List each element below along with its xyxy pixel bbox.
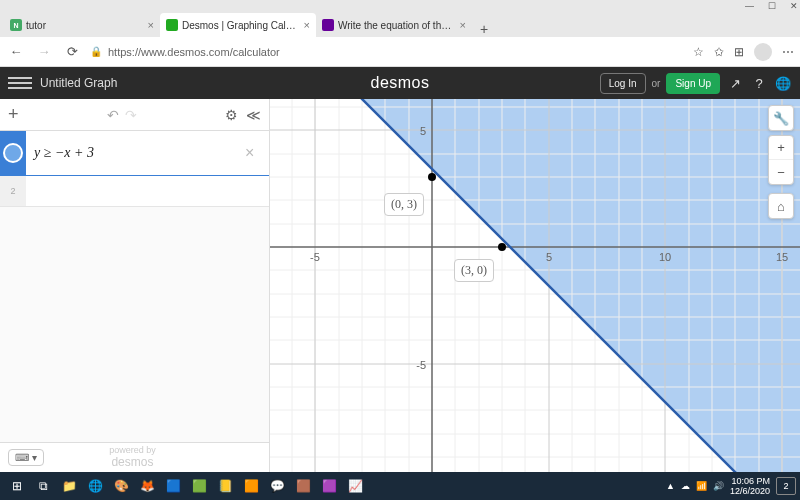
taskbar-app-icon[interactable]: 🎨 xyxy=(108,474,134,498)
url-input[interactable]: 🔒 https://www.desmos.com/calculator xyxy=(90,46,685,58)
desmos-logo: desmos xyxy=(370,74,429,92)
tab-title: Write the equation of the trigon xyxy=(338,20,456,31)
help-icon[interactable]: ? xyxy=(750,76,768,91)
tray-weather-icon[interactable]: ☁ xyxy=(681,481,690,491)
expression-list: y ≥ −x + 3 × 2 xyxy=(0,131,269,442)
login-button[interactable]: Log In xyxy=(600,73,646,94)
start-button[interactable]: ⊞ xyxy=(4,474,30,498)
tab-close-icon[interactable]: × xyxy=(148,19,154,31)
expression-row-empty[interactable]: 2 xyxy=(0,176,269,207)
svg-text:5: 5 xyxy=(546,251,552,263)
collapse-panel-icon[interactable]: ≪ xyxy=(246,107,261,123)
svg-text:5: 5 xyxy=(420,125,426,137)
svg-text:-5: -5 xyxy=(416,359,426,371)
graph-canvas[interactable]: -5 5 10 15 5 -5 -10 (0, 3) (3, 0) 🔧 + − … xyxy=(270,99,800,472)
point-3-0 xyxy=(498,243,506,251)
expression-input[interactable]: y ≥ −x + 3 xyxy=(26,145,245,161)
minimize-button[interactable]: — xyxy=(745,1,754,11)
taskbar-app-icon[interactable]: 🟪 xyxy=(316,474,342,498)
favicon-tutor: N xyxy=(10,19,22,31)
taskbar-app-icon[interactable]: 📁 xyxy=(56,474,82,498)
tab-close-icon[interactable]: × xyxy=(460,19,466,31)
back-button[interactable]: ← xyxy=(6,44,26,59)
home-icon: ⌂ xyxy=(769,194,793,218)
tab-title: tutor xyxy=(26,20,144,31)
graph-title[interactable]: Untitled Graph xyxy=(40,76,117,90)
tray-volume-icon[interactable]: 🔊 xyxy=(713,481,724,491)
address-bar: ← → ⟳ 🔒 https://www.desmos.com/calculato… xyxy=(0,37,800,67)
window-controls: — ☐ ✕ xyxy=(0,0,800,11)
browser-tab[interactable]: Write the equation of the trigon × xyxy=(316,13,472,37)
refresh-button[interactable]: ⟳ xyxy=(62,44,82,59)
expression-color-badge[interactable] xyxy=(0,131,26,175)
collections-icon[interactable]: ⊞ xyxy=(734,45,744,59)
signup-button[interactable]: Sign Up xyxy=(666,73,720,94)
zoom-out-button[interactable]: − xyxy=(769,160,793,184)
graph-svg: -5 5 10 15 5 -5 -10 xyxy=(270,99,800,472)
profile-avatar[interactable] xyxy=(754,43,772,61)
expression-index: 2 xyxy=(0,176,26,206)
desmos-header: Untitled Graph desmos Log In or Sign Up … xyxy=(0,67,800,99)
tab-close-icon[interactable]: × xyxy=(304,19,310,31)
home-button[interactable]: ⌂ xyxy=(768,193,794,219)
taskbar-app-icon[interactable]: 🟧 xyxy=(238,474,264,498)
keyboard-toggle[interactable]: ⌨ ▾ xyxy=(8,449,44,466)
taskbar-clock[interactable]: 10:06 PM 12/6/2020 xyxy=(730,476,770,497)
powered-by: powered by desmos xyxy=(109,446,156,469)
undo-button[interactable]: ↶ xyxy=(107,107,119,123)
expression-row[interactable]: y ≥ −x + 3 × xyxy=(0,131,269,176)
maximize-button[interactable]: ☐ xyxy=(768,1,776,11)
favorite-icon[interactable]: ✩ xyxy=(714,45,724,59)
share-icon[interactable]: ↗ xyxy=(726,76,744,91)
taskbar-app-icon[interactable]: 💬 xyxy=(264,474,290,498)
redo-button[interactable]: ↷ xyxy=(125,107,137,123)
zoom-in-button[interactable]: + xyxy=(769,136,793,160)
favicon-yahoo xyxy=(322,19,334,31)
taskbar-app-icon[interactable]: 🦊 xyxy=(134,474,160,498)
taskbar-app-icon[interactable]: 🟫 xyxy=(290,474,316,498)
notification-center[interactable]: 2 xyxy=(776,477,796,495)
taskbar-app-icon[interactable]: 🌐 xyxy=(82,474,108,498)
tab-title: Desmos | Graphing Calculator xyxy=(182,20,300,31)
tray-wifi-icon[interactable]: 📶 xyxy=(696,481,707,491)
expression-toolbar: + ↶ ↷ ⚙ ≪ xyxy=(0,99,269,131)
delete-expression-icon[interactable]: × xyxy=(245,144,269,162)
browser-tab-active[interactable]: Desmos | Graphing Calculator × xyxy=(160,13,316,37)
favicon-desmos xyxy=(166,19,178,31)
addr-actions: ☆ ✩ ⊞ ⋯ xyxy=(693,43,794,61)
svg-text:10: 10 xyxy=(659,251,671,263)
hamburger-icon[interactable] xyxy=(8,77,32,89)
forward-button[interactable]: → xyxy=(34,44,54,59)
new-tab-button[interactable]: + xyxy=(472,21,496,37)
taskbar-app-icon[interactable]: 📈 xyxy=(342,474,368,498)
tray-overflow-icon[interactable]: ▲ xyxy=(666,481,675,491)
point-label: (0, 3) xyxy=(384,193,424,216)
wrench-icon: 🔧 xyxy=(769,106,793,130)
shaded-region xyxy=(362,99,800,472)
expression-footer: ⌨ ▾ powered by desmos xyxy=(0,442,269,472)
svg-text:-5: -5 xyxy=(310,251,320,263)
reader-icon[interactable]: ☆ xyxy=(693,45,704,59)
lock-icon: 🔒 xyxy=(90,46,102,57)
add-expression-button[interactable]: + xyxy=(8,104,19,125)
more-icon[interactable]: ⋯ xyxy=(782,45,794,59)
graph-settings-button[interactable]: 🔧 xyxy=(768,105,794,131)
task-view-icon[interactable]: ⧉ xyxy=(30,474,56,498)
url-text: https://www.desmos.com/calculator xyxy=(108,46,280,58)
browser-tabs: N tutor × Desmos | Graphing Calculator ×… xyxy=(0,11,800,37)
language-icon[interactable]: 🌐 xyxy=(774,76,792,91)
taskbar-app-icon[interactable]: 📒 xyxy=(212,474,238,498)
svg-text:15: 15 xyxy=(776,251,788,263)
expression-panel: + ↶ ↷ ⚙ ≪ y ≥ −x + 3 × 2 ⌨ ▾ xyxy=(0,99,270,472)
settings-icon[interactable]: ⚙ xyxy=(225,107,238,123)
close-window-button[interactable]: ✕ xyxy=(790,1,798,11)
taskbar-app-icon[interactable]: 🟦 xyxy=(160,474,186,498)
zoom-controls: + − xyxy=(768,135,794,185)
point-label: (3, 0) xyxy=(454,259,494,282)
windows-taskbar: ⊞ ⧉ 📁 🌐 🎨 🦊 🟦 🟩 📒 🟧 💬 🟫 🟪 📈 ▲ ☁ 📶 🔊 10:0… xyxy=(0,472,800,500)
taskbar-app-icon[interactable]: 🟩 xyxy=(186,474,212,498)
browser-tab[interactable]: N tutor × xyxy=(4,13,160,37)
main-area: + ↶ ↷ ⚙ ≪ y ≥ −x + 3 × 2 ⌨ ▾ xyxy=(0,99,800,472)
point-0-3 xyxy=(428,173,436,181)
or-text: or xyxy=(652,78,661,89)
